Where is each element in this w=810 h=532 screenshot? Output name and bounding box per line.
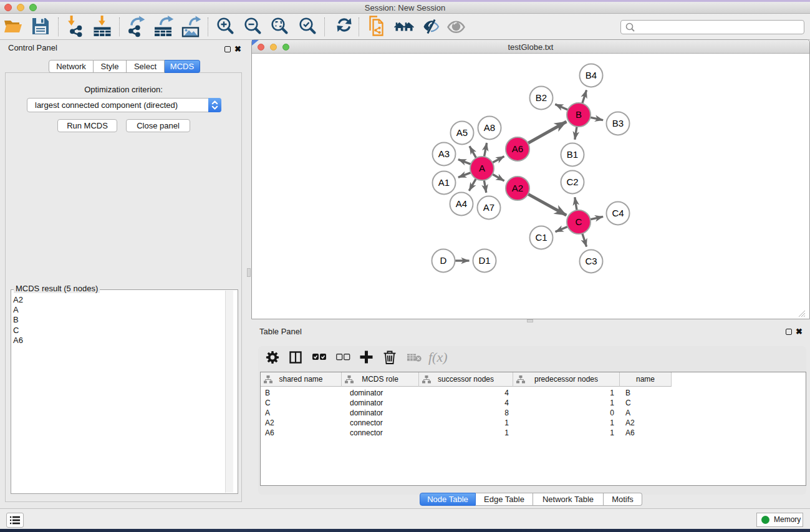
svg-text:D: D — [440, 255, 447, 266]
svg-text:A6: A6 — [512, 143, 523, 154]
svg-text:C2: C2 — [566, 177, 578, 187]
svg-text:B1: B1 — [567, 149, 578, 160]
svg-text:A: A — [479, 163, 485, 173]
svg-text:A3: A3 — [438, 148, 450, 159]
svg-text:C3: C3 — [585, 256, 597, 266]
svg-text:B4: B4 — [586, 70, 597, 80]
svg-text:B: B — [576, 109, 582, 120]
svg-text:C: C — [576, 216, 582, 227]
svg-text:A1: A1 — [438, 177, 450, 188]
svg-text:B2: B2 — [536, 92, 547, 103]
svg-text:B3: B3 — [612, 118, 624, 128]
svg-text:A2: A2 — [512, 183, 523, 193]
svg-text:D1: D1 — [478, 255, 490, 266]
svg-text:A8: A8 — [484, 122, 495, 133]
svg-text:A7: A7 — [483, 202, 494, 213]
svg-text:C1: C1 — [535, 232, 547, 243]
svg-text:A4: A4 — [456, 198, 467, 209]
svg-text:C4: C4 — [612, 208, 624, 218]
svg-text:A5: A5 — [456, 127, 468, 138]
